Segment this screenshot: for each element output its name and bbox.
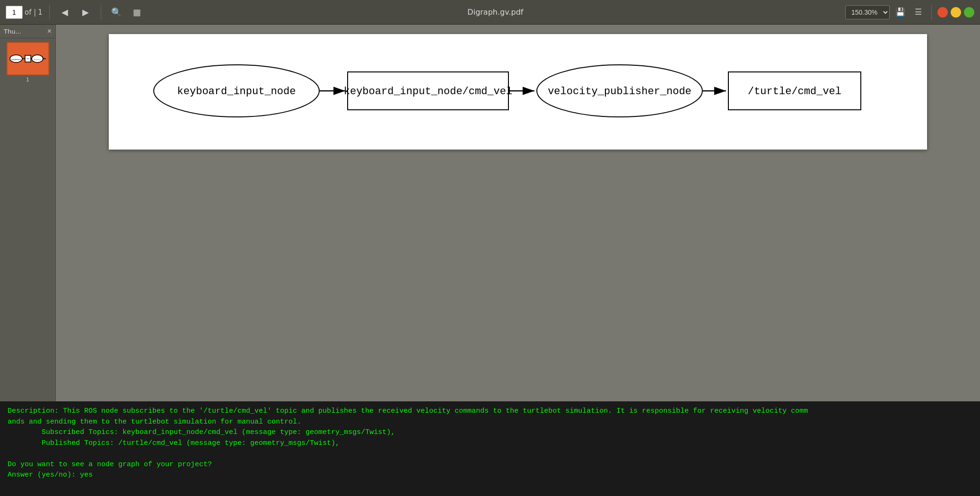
window-minimize-button[interactable] (951, 7, 961, 18)
terminal-line-3: Subscribed Topics: keyboard_input_node/c… (8, 427, 972, 438)
terminal-line-7: Answer (yes/no): yes (8, 470, 972, 481)
thumbnail-page-label: 1 (7, 77, 49, 83)
window-maximize-button[interactable] (964, 7, 974, 18)
svg-text:keyboard_input_node: keyboard_input_node (177, 86, 296, 97)
svg-text:keyboard_input_node/cmd_vel: keyboard_input_node/cmd_vel (344, 86, 512, 97)
toolbar-right: 150.30% 💾 ☰ (845, 5, 974, 20)
svg-text:/turtle/cmd_vel: /turtle/cmd_vel (748, 86, 841, 97)
terminal-line-5 (8, 449, 972, 460)
separator-1 (49, 5, 50, 20)
svg-text:velocity_publisher_node: velocity_publisher_node (548, 86, 691, 97)
terminal-line-1: Description: This ROS node subscribes to… (8, 406, 972, 417)
separator-2 (101, 5, 101, 20)
sidebar-toggle-button[interactable]: ▦ (129, 4, 146, 21)
terminal-line-6: Do you want to see a node graph of your … (8, 460, 972, 470)
search-button[interactable]: 🔍 (108, 4, 125, 21)
pdf-page: keyboard_input_node keyboard_input_node/… (109, 34, 927, 150)
terminal-line-2: ands and sending them to the turtlebot s… (8, 417, 972, 428)
document-title: Digraph.gv.pdf (149, 8, 841, 17)
save-icon: 💾 (895, 7, 905, 17)
page-number-input[interactable] (6, 6, 23, 19)
sidebar-close-button[interactable]: × (47, 27, 52, 35)
sidebar-icon: ▦ (133, 7, 141, 18)
svg-text:keyboard: keyboard (11, 58, 21, 61)
terminal-line-4: Published Topics: /turtle/cmd_vel (messa… (8, 438, 972, 449)
menu-button[interactable]: ☰ (910, 5, 926, 20)
sidebar-header: Thu... × (0, 25, 55, 38)
pdf-viewer[interactable]: keyboard_input_node keyboard_input_node/… (56, 25, 980, 401)
thumbnail-image: keyboard cmd velocity (7, 42, 49, 75)
thumbnail-svg: keyboard cmd velocity (9, 44, 47, 73)
thumbnail-page-1[interactable]: keyboard cmd velocity 1 (7, 42, 49, 83)
separator-3 (931, 5, 932, 20)
sidebar-tab-label: Thu... (4, 28, 21, 35)
digraph-svg: keyboard_input_node keyboard_input_node/… (132, 48, 903, 133)
thumbnails-panel: Thu... × keyboard cmd velocity 1 (0, 25, 56, 401)
menu-icon: ☰ (915, 7, 922, 17)
window-close-button[interactable] (937, 7, 948, 18)
search-icon: 🔍 (111, 7, 122, 18)
svg-text:cmd: cmd (26, 58, 29, 60)
toolbar: of | 1 ◀ ▶ 🔍 ▦ Digraph.gv.pdf 150.30% 💾 … (0, 0, 980, 25)
page-total-label: 1 (38, 8, 43, 17)
page-nav-group: of | 1 (6, 6, 43, 19)
next-page-button[interactable]: ▶ (77, 4, 94, 21)
prev-page-icon: ◀ (61, 7, 68, 18)
zoom-select[interactable]: 150.30% (845, 5, 890, 19)
next-page-icon: ▶ (82, 7, 89, 18)
page-of-label: of | (25, 8, 36, 17)
terminal-panel: Description: This ROS node subscribes to… (0, 401, 980, 496)
save-button[interactable]: 💾 (892, 5, 908, 20)
main-area: Thu... × keyboard cmd velocity 1 (0, 25, 980, 401)
svg-text:velocity: velocity (34, 59, 41, 61)
prev-page-button[interactable]: ◀ (56, 4, 73, 21)
